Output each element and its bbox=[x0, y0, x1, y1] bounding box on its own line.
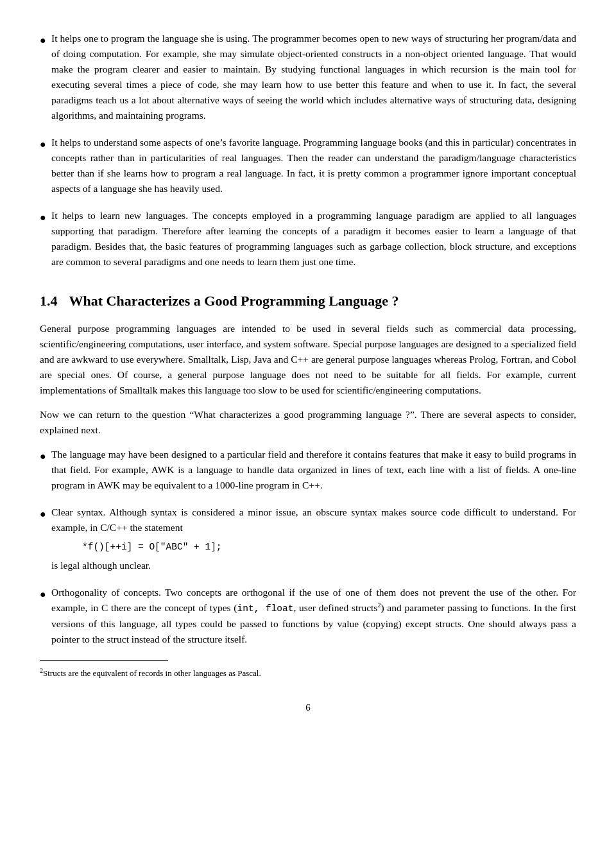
bullet-dot: ● bbox=[40, 137, 51, 153]
syntax-intro: Clear syntax. Although syntax is conside… bbox=[51, 507, 576, 533]
bullet-item-learn-languages: ● It helps to learn new languages. The c… bbox=[40, 208, 576, 270]
section-heading: 1.4 What Characterizes a Good Programmin… bbox=[40, 290, 576, 312]
bullet-item-syntax: ● Clear syntax. Although syntax is consi… bbox=[40, 505, 576, 573]
bullet-item-program-language: ● It helps one to program the language s… bbox=[40, 31, 576, 123]
bullet-item-understand-language: ● It helps to understand some aspects of… bbox=[40, 135, 576, 196]
bullet-content-learn-languages: It helps to learn new languages. The con… bbox=[51, 208, 576, 270]
bullet-dot: ● bbox=[40, 507, 51, 523]
bullet-dot: ● bbox=[40, 449, 51, 465]
orthogonality-text-before: Orthogonality of concepts. Two concepts … bbox=[51, 587, 576, 645]
bullet-content-orthogonality: Orthogonality of concepts. Two concepts … bbox=[51, 585, 576, 647]
bullet-item-orthogonality: ● Orthogonality of concepts. Two concept… bbox=[40, 585, 576, 647]
section-title: What Characterizes a Good Programming La… bbox=[69, 290, 399, 312]
section-number: 1.4 bbox=[40, 290, 58, 312]
bullet-content-understand-language: It helps to understand some aspects of o… bbox=[51, 135, 576, 196]
bullet-content-program-language: It helps one to program the language she… bbox=[51, 31, 576, 123]
bullet-content-field: The language may have been designed to a… bbox=[51, 447, 576, 493]
footnote-ref-2: 2 bbox=[377, 602, 381, 609]
syntax-code: *f()[++i] = O["ABC" + 1]; bbox=[82, 540, 576, 554]
footnote-divider bbox=[40, 660, 168, 661]
section-paragraph-1: General purpose programming languages ar… bbox=[40, 321, 576, 398]
bullet-item-field: ● The language may have been designed to… bbox=[40, 447, 576, 493]
bullet-dot: ● bbox=[40, 210, 51, 226]
bullet-dot: ● bbox=[40, 33, 51, 49]
page-number: 6 bbox=[40, 700, 576, 715]
page: ● It helps one to program the language s… bbox=[0, 0, 616, 866]
inline-code-int-float: int, float bbox=[237, 603, 294, 614]
syntax-outro: is legal although unclear. bbox=[51, 560, 151, 571]
section-bullet-list: ● The language may have been designed to… bbox=[40, 447, 576, 646]
bullet-dot: ● bbox=[40, 587, 51, 603]
section-paragraph-2: Now we can return to the question “What … bbox=[40, 407, 576, 438]
top-bullet-list: ● It helps one to program the language s… bbox=[40, 31, 576, 270]
bullet-content-syntax: Clear syntax. Although syntax is conside… bbox=[51, 505, 576, 573]
footnote-text: 2Structs are the equivalent of records i… bbox=[40, 666, 576, 680]
footnote-content: Structs are the equivalent of records in… bbox=[43, 668, 261, 678]
